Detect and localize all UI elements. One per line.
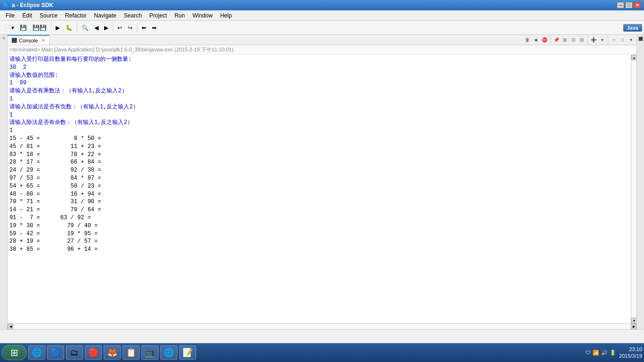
sep4	[137, 23, 137, 33]
close-button[interactable]: ✕	[634, 2, 641, 8]
console-header: <terminated> Main [Java Application] D:\…	[8, 45, 636, 55]
ie-icon: 🌐	[32, 347, 42, 358]
console-line: 请输入除法是否有余数：（有输入1,反之输入2）	[9, 119, 629, 127]
new-button[interactable]: 📄▾	[2, 23, 17, 33]
view-menu[interactable]: ▾	[627, 36, 635, 44]
taskbar-browser2[interactable]: 🌐	[160, 346, 177, 360]
save-button[interactable]: 💾	[17, 23, 29, 33]
stop-button[interactable]: ⛔	[541, 36, 548, 44]
menu-help[interactable]: Help	[216, 11, 236, 20]
menu-navigate[interactable]: Navigate	[90, 11, 120, 20]
console-line: 请输入受打印题目数量和每行要印的的一侧数量:	[9, 56, 629, 64]
maximize-view[interactable]: □	[619, 36, 626, 44]
console-tab-close[interactable]: ✕	[41, 38, 45, 43]
new-console[interactable]: ➕	[590, 36, 597, 44]
taskbar-app4[interactable]: 🔴	[85, 346, 102, 360]
debug-button[interactable]: 🐛	[63, 23, 75, 33]
console-tab-left: ⬛ Console ✕	[8, 35, 50, 45]
console-line: 59 - 42 = 19 * 95 =	[9, 230, 629, 238]
menu-edit[interactable]: Edit	[18, 11, 36, 20]
scroll-up-arrow[interactable]: ▲	[631, 55, 636, 60]
menu-window[interactable]: Window	[189, 11, 216, 20]
console-menu2[interactable]: ⊡	[570, 36, 577, 44]
console-icon: ⬛	[11, 38, 17, 43]
perspective-java[interactable]: Java	[623, 24, 642, 32]
clock-date: 2015/3/19	[619, 353, 642, 359]
start-button[interactable]: ⊞	[2, 345, 26, 360]
menu-run[interactable]: Run	[171, 11, 189, 20]
console-line: 请输入数值的范围:	[9, 72, 629, 80]
horizontal-scrollbar[interactable]: ◀ ▶	[8, 323, 636, 329]
scroll-down-arrow[interactable]: ▼	[631, 318, 636, 323]
window-title: a - Eclipse SDK	[12, 2, 53, 8]
console-content[interactable]: 请输入受打印题目数量和每行要印的的一侧数量:30 2请输入数值的范围:1 99请…	[8, 55, 631, 323]
console-line: 54 + 65 = 50 / 23 =	[9, 182, 629, 190]
left-gutter-label: ≡	[1, 37, 6, 39]
navigate-forward[interactable]: ➡	[149, 23, 159, 33]
sys-tray-icons: 🛡 📶 🔊 🔋	[586, 350, 616, 356]
taskbar-eclipse[interactable]: 📺	[141, 346, 158, 360]
console-tab-bar: ⬛ Console ✕ 🗑 ■ ⛔ 📌 ⊞ ⊡ ⊟ ➕ ▾ ─ □	[8, 35, 636, 45]
vertical-scrollbar[interactable]: ▲ ▼	[631, 55, 636, 323]
back-button[interactable]: ◀	[92, 23, 101, 33]
scroll-right-arrow[interactable]: ▶	[631, 324, 636, 329]
console-panel: ⬛ Console ✕ 🗑 ■ ⛔ 📌 ⊞ ⊡ ⊟ ➕ ▾ ─ □	[8, 35, 636, 329]
minimize-view[interactable]: ─	[610, 36, 618, 44]
console-tab[interactable]: ⬛ Console ✕	[8, 35, 50, 45]
console-line: 91 - 7 = 63 / 92 =	[9, 214, 629, 222]
console-line: 1	[9, 127, 629, 135]
sep1	[51, 23, 51, 33]
menu-source[interactable]: Source	[36, 11, 61, 20]
save-all-button[interactable]: 💾💾	[30, 23, 49, 33]
pin-button[interactable]: 📌	[553, 36, 560, 44]
sep5	[550, 35, 551, 45]
menu-project[interactable]: Project	[146, 11, 171, 20]
console-line: 30 2	[9, 64, 629, 72]
console-line: 28 * 17 = 66 + 84 =	[9, 158, 629, 166]
console-line: 83 * 18 = 78 + 22 =	[9, 151, 629, 159]
shield-icon: 🛡	[586, 350, 591, 355]
battery-icon: 🔋	[610, 350, 616, 356]
network-icon: 📶	[593, 350, 599, 356]
run-button[interactable]: ▶	[53, 23, 62, 33]
console-line: 48 - 80 = 16 + 94 =	[9, 190, 629, 198]
title-bar-controls: ─ □ ✕	[617, 2, 641, 8]
terminate-button[interactable]: ■	[532, 36, 540, 44]
console-line: 28 + 19 = 27 / 57 =	[9, 238, 629, 246]
redo-button[interactable]: ↪	[125, 23, 135, 33]
menu-bar: File Edit Source Refactor Navigate Searc…	[0, 10, 644, 21]
taskbar-sogou[interactable]: 🔵	[47, 346, 64, 360]
console-line: 1 99	[9, 79, 629, 87]
taskbar-word[interactable]: 📝	[179, 346, 196, 360]
open-console[interactable]: ▾	[598, 36, 606, 44]
sep3	[113, 23, 113, 33]
console-menu1[interactable]: ⊞	[561, 36, 569, 44]
scroll-track[interactable]	[631, 60, 636, 318]
clear-button[interactable]: 🗑	[524, 36, 531, 44]
search-button[interactable]: 🔍	[79, 23, 91, 33]
menu-file[interactable]: File	[2, 11, 18, 20]
console-line: 请输入是否有乘数法：（有输入1,反之输入2）	[9, 87, 629, 95]
app5-icon: 🦊	[107, 347, 117, 358]
maximize-button[interactable]: □	[625, 2, 633, 8]
menu-search[interactable]: Search	[120, 11, 146, 20]
scroll-left-arrow[interactable]: ◀	[8, 324, 13, 329]
navigate-back[interactable]: ⬅	[139, 23, 149, 33]
horiz-scroll-track[interactable]	[13, 324, 631, 329]
clock-time: 23:10	[619, 346, 642, 353]
console-tab-label: Console	[19, 38, 38, 43]
taskbar-sogoupinyin[interactable]: 📋	[123, 346, 140, 360]
taskbar-app5[interactable]: 🦊	[104, 346, 121, 360]
sep6	[587, 35, 588, 45]
taskbar-files[interactable]: 🗂	[66, 346, 83, 360]
main-area: ≡ ⬛ Console ✕ 🗑 ■ ⛔ 📌 ⊞ ⊡ ⊟	[0, 35, 644, 329]
minimize-button[interactable]: ─	[617, 2, 624, 8]
console-menu3[interactable]: ⊟	[578, 36, 586, 44]
toolbar: 📄▾ 💾 💾💾 ▶ 🐛 🔍 ◀ ▶ ↩ ↪ ⬅ ➡ Java	[0, 21, 644, 35]
taskbar-ie[interactable]: 🌐	[28, 346, 45, 360]
sogoupinyin-icon: 📋	[126, 347, 136, 358]
console-line: 38 + 85 = 96 + 14 =	[9, 246, 629, 254]
forward-button[interactable]: ▶	[102, 23, 111, 33]
undo-button[interactable]: ↩	[115, 23, 124, 33]
menu-refactor[interactable]: Refactor	[61, 11, 90, 20]
